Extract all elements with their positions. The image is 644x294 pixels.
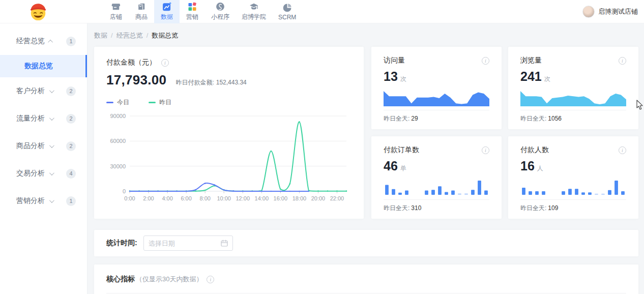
graduation-cap-icon (249, 2, 259, 12)
svg-text:14:00: 14:00 (255, 195, 269, 201)
svg-text:12:00: 12:00 (236, 195, 250, 201)
top-nav-item-shop[interactable]: 店铺 (103, 0, 129, 23)
breadcrumb-item-0[interactable]: 数据 (94, 32, 107, 39)
stat-value: 13 (384, 69, 398, 84)
stat-footer: 昨日全天:310 (384, 199, 489, 217)
goods-bag-icon (136, 2, 147, 12)
breadcrumb-separator: / (111, 32, 113, 39)
info-icon[interactable]: i (619, 57, 626, 65)
topbar: 店铺商品数据营销小程序启博学院SCRM 启博测试店铺 (0, 0, 644, 23)
chevron-down-icon (49, 198, 54, 203)
stat-mini-chart (520, 178, 626, 196)
payment-card-title: 付款金额（元） (106, 58, 156, 67)
legend-today[interactable]: 今日 (106, 98, 129, 107)
payment-amount-card: 付款金额（元） i 17,793.00 昨日付款金额:152,443.34 今日… (94, 47, 364, 219)
stat-mini-chart (384, 178, 489, 196)
sidebar-item-label: 营销分析 (16, 196, 45, 205)
legend-label: 今日 (117, 98, 129, 107)
svg-text:30000: 30000 (110, 163, 126, 169)
chevron-down-icon (49, 88, 54, 93)
top-nav-item-goods[interactable]: 商品 (129, 0, 154, 23)
account-menu[interactable]: 启博测试店铺 (582, 0, 638, 23)
svg-text:60000: 60000 (110, 138, 126, 144)
sidebar-item-label: 经营总览 (16, 37, 45, 46)
stat-footer-label: 昨日全天: (520, 115, 546, 122)
calendar-icon (221, 240, 228, 247)
payment-yesterday-amount: 152,443.34 (216, 79, 247, 86)
sidebar-badge: 4 (66, 169, 76, 179)
stat-card-1: 浏览量i241次昨日全天:1056 (508, 47, 638, 129)
stat-card-title: 浏览量 (520, 56, 542, 65)
stat-footer-label: 昨日全天: (384, 115, 409, 122)
stat-unit: 次 (544, 75, 550, 83)
stat-card-2: 付款订单数i46单昨日全天:310 (371, 136, 502, 219)
svg-text:6:00: 6:00 (181, 195, 191, 201)
top-nav-item-miniprogram[interactable]: 小程序 (205, 0, 236, 23)
pie-chart-icon (282, 3, 292, 13)
stat-unit: 次 (400, 75, 406, 83)
info-icon[interactable]: i (161, 59, 169, 67)
legend-label: 昨日 (159, 98, 171, 107)
breadcrumb-item-2: 数据总览 (152, 32, 178, 39)
app-logo-icon[interactable] (28, 2, 48, 22)
stat-card-0: 访问量i13次昨日全天:29 (371, 47, 502, 129)
stat-card-title: 付款人数 (520, 145, 549, 155)
divider (106, 293, 626, 293)
chevron-down-icon (49, 115, 54, 121)
sidebar: 经营总览1数据总览客户分析2流量分析2商品分析2交易分析4营销分析1 (0, 23, 87, 294)
info-icon[interactable]: i (619, 146, 626, 154)
stat-mini-chart (384, 88, 489, 106)
svg-text:2:00: 2:00 (143, 195, 154, 201)
chevron-down-icon (49, 170, 54, 175)
sidebar-item-3[interactable]: 商品分析2 (0, 132, 87, 160)
avatar (582, 6, 595, 18)
chevron-down-icon (49, 143, 54, 148)
sidebar-badge: 2 (66, 114, 76, 124)
overview-cards-row: 付款金额（元） i 17,793.00 昨日付款金额:152,443.34 今日… (94, 47, 638, 219)
stat-footer-value: 1056 (548, 115, 562, 122)
info-icon[interactable]: i (207, 276, 214, 283)
date-picker[interactable] (143, 236, 233, 251)
chevron-up-icon (48, 39, 53, 44)
stat-footer-label: 昨日全天: (520, 204, 546, 212)
sidebar-item-4[interactable]: 交易分析4 (0, 160, 87, 187)
top-nav-item-marketing[interactable]: 营销 (180, 0, 205, 23)
sidebar-item-1[interactable]: 客户分析2 (0, 77, 87, 105)
legend-yesterday[interactable]: 昨日 (149, 98, 171, 107)
top-nav-item-scrm[interactable]: SCRM (272, 0, 302, 23)
stat-card-title: 访问量 (384, 56, 405, 65)
stat-card-title: 付款订单数 (384, 145, 419, 155)
stat-value: 16 (520, 159, 535, 173)
sidebar-badge: 2 (66, 141, 76, 151)
stat-footer: 昨日全天:109 (520, 199, 626, 217)
sidebar-item-0[interactable]: 经营总览1 (0, 27, 87, 55)
stat-footer: 昨日全天:29 (384, 110, 489, 127)
mouse-cursor (636, 100, 643, 110)
miniprogram-icon (215, 2, 225, 12)
info-icon[interactable]: i (482, 57, 489, 65)
stat-footer-label: 昨日全天: (384, 204, 409, 212)
sidebar-subitem-0-0[interactable]: 数据总览 (0, 55, 87, 77)
svg-text:10:00: 10:00 (217, 195, 231, 201)
stat-cards-grid: 访问量i13次昨日全天:29浏览量i241次昨日全天:1056付款订单数i46单… (371, 47, 638, 219)
statistic-time-label: 统计时间: (106, 239, 137, 248)
top-nav-item-data[interactable]: 数据 (154, 0, 180, 23)
sidebar-badge: 2 (66, 86, 76, 96)
sidebar-item-label: 客户分析 (16, 86, 45, 96)
top-nav-item-academy[interactable]: 启博学院 (236, 0, 272, 23)
stat-footer-value: 109 (548, 204, 558, 212)
breadcrumb-item-1[interactable]: 经营总览 (116, 32, 143, 39)
svg-text:20:00: 20:00 (311, 195, 326, 201)
top-nav-label: 营销 (186, 13, 198, 21)
sidebar-item-5[interactable]: 营销分析1 (0, 187, 87, 215)
date-picker-input[interactable] (149, 240, 221, 247)
statistic-time-card: 统计时间: (94, 230, 638, 256)
sidebar-item-2[interactable]: 流量分析2 (0, 105, 87, 132)
stat-value: 46 (384, 159, 398, 173)
svg-text:8:00: 8:00 (199, 195, 210, 201)
stat-footer-value: 29 (411, 115, 418, 122)
top-nav-label: 商品 (135, 13, 148, 21)
account-name: 启博测试店铺 (598, 7, 638, 16)
info-icon[interactable]: i (482, 146, 489, 154)
top-nav-label: 小程序 (211, 13, 229, 21)
